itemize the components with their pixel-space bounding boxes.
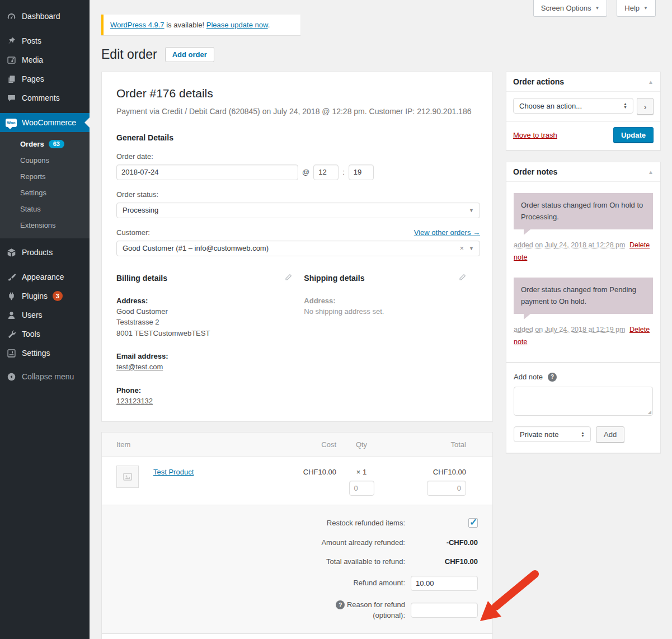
help-icon[interactable]: ?: [548, 373, 557, 382]
media-icon: [6, 54, 17, 65]
help-tab[interactable]: Help ▼: [617, 0, 656, 17]
refund-total-input[interactable]: [427, 481, 466, 496]
sidebar-item-tools[interactable]: Tools: [0, 325, 90, 344]
comment-bubble-icon: [6, 92, 17, 104]
update-button[interactable]: Update: [613, 127, 654, 143]
sidebar-item-woocommerce[interactable]: Woo WooCommerce: [0, 113, 90, 132]
view-other-orders-link[interactable]: View other orders →: [414, 228, 480, 237]
shipping-address-label: Address:: [304, 297, 467, 305]
billing-address-line: 8001 TESTCustomwebTEST: [116, 328, 293, 339]
refund-amount-input[interactable]: [411, 576, 478, 591]
edit-shipping-pencil-icon[interactable]: [458, 273, 467, 283]
order-actions-panel: Order actions ▲ Choose an action... ▲▼ ›…: [506, 72, 661, 151]
sidebar-item-label: Plugins: [22, 292, 48, 300]
sidebar-item-reports[interactable]: Reports: [0, 168, 90, 185]
sidebar-item-orders[interactable]: Orders 63: [0, 136, 90, 152]
order-date-input[interactable]: [116, 165, 298, 180]
chevron-down-icon: ▼: [595, 6, 599, 11]
panel-toggle-icon[interactable]: ▲: [648, 79, 654, 85]
add-order-button[interactable]: Add order: [165, 47, 214, 62]
available-refund-value: CHF10.00: [411, 557, 478, 566]
order-note: Order status changed from Pending paymen…: [514, 278, 653, 349]
sidebar-item-media[interactable]: Media: [0, 50, 90, 69]
items-table-header: Item Cost Qty Total: [102, 433, 492, 457]
shipping-details-heading: Shipping details: [304, 274, 364, 283]
sidebar-item-plugins[interactable]: Plugins 3: [0, 286, 90, 306]
product-name-link[interactable]: Test Product: [153, 468, 194, 476]
billing-address-line: Teststrasse 2: [116, 317, 293, 328]
general-details-heading: General Details: [116, 133, 478, 142]
refund-qty-input[interactable]: [349, 481, 374, 496]
sidebar-item-wc-settings[interactable]: Settings: [0, 185, 90, 201]
dashboard-icon: [6, 11, 17, 22]
paintbrush-icon: [6, 271, 17, 283]
update-now-link[interactable]: Please update now: [206, 21, 268, 29]
sidebar-item-label: Comments: [22, 93, 60, 102]
refund-section: Restock refunded items: ✓ Amount already…: [102, 505, 492, 633]
already-refunded-label: Amount already refunded:: [321, 537, 405, 548]
add-note-textarea[interactable]: [514, 387, 653, 416]
sidebar-item-comments[interactable]: Comments: [0, 88, 90, 107]
order-date-label: Order date:: [116, 152, 478, 161]
pushpin-icon: [6, 35, 17, 46]
already-refunded-value: -CHF0.00: [411, 538, 478, 547]
product-thumbnail-placeholder-icon: [116, 466, 139, 488]
sidebar-item-label: Collapse menu: [22, 372, 74, 381]
order-notes-panel: Order notes ▲ Order status changed from …: [506, 162, 661, 453]
order-data-panel: Order #176 details Payment via Credit / …: [101, 72, 493, 421]
collapse-menu-button[interactable]: Collapse menu: [0, 367, 90, 386]
sidebar-item-posts[interactable]: Posts: [0, 31, 90, 50]
col-total: Total: [387, 440, 466, 449]
wordpress-version-link[interactable]: WordPress 4.9.7: [110, 21, 165, 29]
sidebar-item-label: Settings: [22, 349, 50, 358]
move-to-trash-link[interactable]: Move to trash: [513, 131, 557, 139]
admin-content: Screen Options ▼ Help ▼ WordPress 4.9.7 …: [90, 0, 672, 639]
customer-select[interactable]: Good Customer (#1 – info@customweb.com) …: [116, 241, 480, 256]
clear-selection-icon[interactable]: ×: [459, 244, 464, 252]
item-qty-value: × 1: [336, 468, 387, 476]
sidebar-item-users[interactable]: Users: [0, 306, 90, 325]
shipping-address-empty-text: No shipping address set.: [304, 306, 467, 317]
note-text: Order status changed from Pending paymen…: [514, 278, 653, 314]
item-total-value: CHF10.00: [387, 468, 466, 476]
refund-reason-input[interactable]: [411, 603, 478, 618]
sidebar-item-status[interactable]: Status: [0, 201, 90, 217]
page-title: Edit order: [101, 47, 157, 62]
products-box-icon: [6, 247, 17, 258]
order-items-panel: Item Cost Qty Total Test Product CHF10.0…: [101, 432, 493, 639]
order-notes-title: Order notes: [513, 167, 557, 176]
sidebar-item-settings[interactable]: Settings: [0, 344, 90, 363]
order-minute-input[interactable]: [349, 165, 374, 180]
order-actions-title: Order actions: [513, 77, 564, 86]
order-hour-input[interactable]: [313, 165, 339, 180]
resize-grip-icon[interactable]: ◢: [648, 410, 651, 415]
screen-options-tab[interactable]: Screen Options ▼: [533, 0, 608, 17]
sidebar-item-appearance[interactable]: Appearance: [0, 267, 90, 286]
add-note-button[interactable]: Add: [596, 426, 624, 443]
help-icon[interactable]: ?: [336, 600, 345, 609]
sidebar-item-pages[interactable]: Pages: [0, 69, 90, 88]
panel-toggle-icon[interactable]: ▲: [648, 169, 654, 175]
sidebar-item-label: Media: [22, 55, 43, 64]
sidebar-item-products[interactable]: Products: [0, 243, 90, 262]
edit-billing-pencil-icon[interactable]: [284, 273, 293, 283]
billing-phone-link[interactable]: 123123132: [116, 397, 153, 405]
sidebar-item-coupons[interactable]: Coupons: [0, 152, 90, 168]
billing-email-link[interactable]: test@test.com: [116, 363, 163, 371]
sidebar-item-extensions[interactable]: Extensions: [0, 217, 90, 233]
add-note-label: Add note: [514, 373, 543, 381]
order-status-label: Order status:: [116, 190, 478, 199]
sidebar-item-label: Dashboard: [22, 12, 60, 21]
restock-checkbox[interactable]: ✓: [468, 518, 478, 528]
apply-action-button[interactable]: ›: [637, 98, 654, 115]
order-status-select[interactable]: Processing ▼: [116, 203, 480, 218]
active-menu-notch: [84, 118, 90, 128]
refund-reason-label: ? Reason for refund (optional):: [310, 599, 405, 621]
sidebar-item-label: Users: [22, 311, 43, 320]
note-type-select[interactable]: Private note ▲▼: [514, 426, 591, 442]
sidebar-item-dashboard[interactable]: Dashboard: [0, 7, 90, 26]
col-cost: Cost: [269, 440, 336, 449]
note-timestamp: added on July 24, 2018 at 12:28 pm: [514, 241, 625, 249]
divider: [506, 362, 660, 363]
order-action-select[interactable]: Choose an action... ▲▼: [513, 98, 633, 114]
